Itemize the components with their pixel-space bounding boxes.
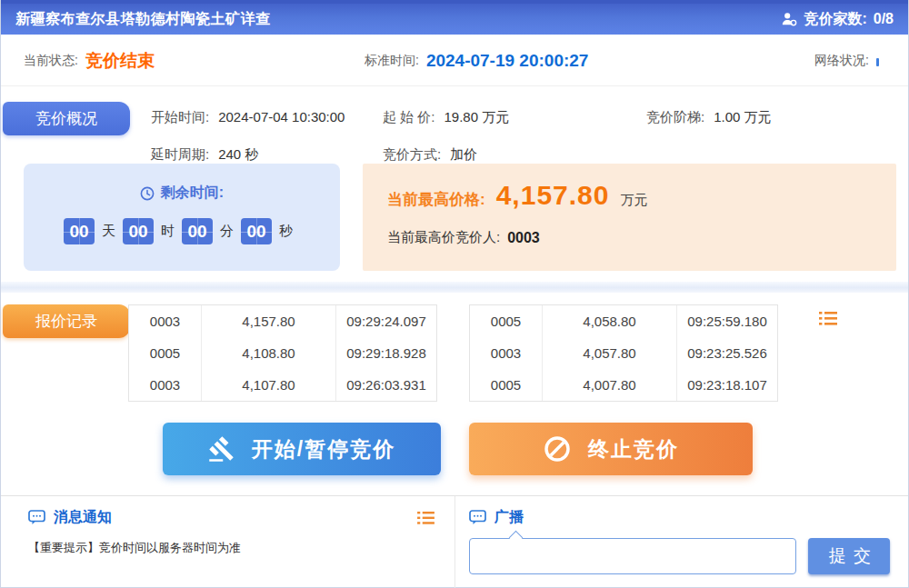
state-label: 当前状态: [24, 53, 78, 69]
gavel-icon [208, 435, 235, 463]
cell-time: 09:29:18.928 [336, 337, 436, 369]
highest-price-value: 4,157.80 [496, 180, 610, 211]
broadcast-input[interactable] [469, 538, 796, 574]
field-label: 延时周期: [151, 146, 209, 164]
unit-day: 天 [102, 223, 115, 240]
field-value: 加价 [450, 146, 477, 164]
unit-second: 秒 [279, 223, 293, 240]
bidders-label: 竞价家数: [804, 10, 866, 29]
title-bar: 新疆察布查尔县塔勒德村陶瓷土矿详查 竞价家数: 0/8 [1, 0, 908, 35]
submit-button[interactable]: 提交 [808, 538, 890, 574]
standard-time-group: 标准时间: 2024-07-19 20:00:27 [365, 35, 588, 86]
cell-time: 09:29:24.097 [336, 305, 436, 337]
highest-price-unit: 万元 [620, 192, 647, 209]
highest-price-label: 当前最高价格: [387, 189, 485, 210]
network-signal-icon [876, 58, 879, 66]
bid-table-left: 0003 4,157.80 09:29:24.097 0005 4,108.80… [128, 304, 437, 402]
network-label: 网络状况: [814, 53, 869, 69]
field-bid-step: 竞价阶梯: 1.00 万元 [646, 109, 772, 126]
cell-price: 4,057.80 [543, 337, 677, 369]
countdown-label: 剩余时间: [161, 184, 224, 203]
start-pause-label: 开始/暂停竞价 [252, 435, 395, 463]
unit-minute: 分 [220, 223, 234, 240]
table-row: 0005 4,007.80 09:23:18.107 [470, 369, 777, 401]
message-panel-title: 消息通知 [54, 508, 112, 527]
cell-bidder: 0003 [129, 305, 202, 337]
table-row: 0003 4,107.80 09:26:03.931 [129, 369, 436, 401]
cell-bidder: 0005 [470, 369, 543, 401]
table-row: 0005 4,108.80 09:29:18.928 [129, 337, 436, 369]
field-value: 1.00 万元 [714, 109, 771, 126]
bidders-icon [781, 11, 797, 27]
bid-table-right: 0005 4,058.80 09:25:59.180 0003 4,057.80… [469, 304, 778, 402]
table-row: 0005 4,058.80 09:25:59.180 [470, 305, 777, 337]
highest-price-line: 当前最高价格: 4,157.80 万元 [387, 180, 647, 211]
field-start-price: 起 始 价: 19.80 万元 [383, 109, 646, 126]
terminate-label: 终止竞价 [588, 435, 679, 463]
bid-records-section: 报价记录 0003 4,157.80 09:29:24.097 0005 4,1… [1, 293, 908, 414]
countdown-panel: 剩余时间: 00 天 00 时 00 分 00 秒 [24, 164, 340, 271]
prohibition-icon [543, 434, 572, 463]
cell-price: 4,108.80 [202, 337, 336, 369]
current-state-group: 当前状态: 竞价结束 [24, 35, 155, 86]
section-divider [1, 282, 908, 293]
time-label: 标准时间: [365, 53, 419, 69]
time-value: 2024-07-19 20:00:27 [426, 51, 589, 71]
cell-price: 4,007.80 [543, 369, 677, 401]
broadcast-bubble-icon [469, 510, 486, 525]
countdown-minutes: 00 [182, 218, 213, 244]
field-label: 起 始 价: [383, 109, 435, 126]
field-value: 19.80 万元 [445, 109, 510, 126]
actions-row: 开始/暂停竞价 终止竞价 [1, 414, 908, 495]
field-start-time: 开始时间: 2024-07-04 10:30:00 [151, 109, 383, 126]
overview-section-label: 竞价概况 [3, 102, 130, 135]
field-bid-mode: 竞价方式: 加价 [383, 146, 646, 164]
bidder-count-group: 竞价家数: 0/8 [781, 10, 894, 29]
cell-bidder: 0003 [470, 337, 543, 369]
start-pause-bidding-button[interactable]: 开始/暂停竞价 [163, 423, 441, 475]
highest-bidder-label: 当前最高价竞价人: [387, 229, 500, 246]
highest-price-panel: 当前最高价格: 4,157.80 万元 当前最高价竞价人: 0003 [363, 164, 896, 271]
field-value: 240 秒 [218, 146, 258, 164]
cell-price: 4,157.80 [202, 305, 336, 337]
broadcast-panel-title: 广播 [494, 508, 524, 527]
auction-page: 新疆察布查尔县塔勒德村陶瓷土矿详查 竞价家数: 0/8 当前状态: 竞价结束 标… [0, 0, 909, 588]
network-status-group: 网络状况: [814, 35, 879, 86]
message-panel: 消息通知 【重要提示】竞价时间以服务器时间为准 [1, 496, 455, 588]
cell-time: 09:23:25.526 [677, 337, 777, 369]
state-value: 竞价结束 [85, 49, 155, 73]
bid-records-section-label: 报价记录 [3, 304, 130, 338]
table-row: 0003 4,157.80 09:29:24.097 [129, 305, 436, 337]
field-delay-period: 延时周期: 240 秒 [151, 146, 383, 164]
clock-icon [140, 186, 155, 201]
unit-hour: 时 [161, 223, 175, 240]
countdown-hours: 00 [123, 218, 154, 244]
bidders-value: 0/8 [874, 11, 894, 27]
highest-bidder-value: 0003 [507, 230, 540, 246]
field-label: 竞价阶梯: [646, 109, 704, 126]
message-list-icon[interactable] [417, 511, 435, 525]
overview-section: 竞价概况 开始时间: 2024-07-04 10:30:00 起 始 价: 19… [1, 86, 908, 282]
important-notice: 【重要提示】竞价时间以服务器时间为准 [28, 540, 454, 556]
cell-time: 09:26:03.931 [336, 369, 436, 401]
bottom-panels: 消息通知 【重要提示】竞价时间以服务器时间为准 [1, 495, 908, 588]
bid-records-list-icon[interactable] [819, 311, 837, 326]
cell-price: 4,058.80 [543, 305, 677, 337]
countdown-days: 00 [64, 218, 95, 244]
field-value: 2024-07-04 10:30:00 [218, 109, 345, 126]
status-bar: 当前状态: 竞价结束 标准时间: 2024-07-19 20:00:27 网络状… [1, 35, 908, 86]
countdown-seconds: 00 [241, 218, 272, 244]
countdown-title: 剩余时间: [24, 184, 340, 203]
field-label: 开始时间: [151, 109, 209, 126]
cell-time: 09:25:59.180 [677, 305, 777, 337]
cell-time: 09:23:18.107 [677, 369, 777, 401]
field-label: 竞价方式: [383, 146, 441, 164]
cell-bidder: 0005 [470, 305, 543, 337]
page-title: 新疆察布查尔县塔勒德村陶瓷土矿详查 [15, 10, 271, 29]
terminate-bidding-button[interactable]: 终止竞价 [469, 423, 753, 475]
cell-bidder: 0005 [129, 337, 202, 369]
broadcast-panel: 广播 提交 [455, 496, 908, 588]
highest-bidder-line: 当前最高价竞价人: 0003 [387, 229, 540, 246]
countdown-digits: 00 天 00 时 00 分 00 秒 [24, 218, 340, 244]
cell-bidder: 0003 [129, 369, 202, 401]
